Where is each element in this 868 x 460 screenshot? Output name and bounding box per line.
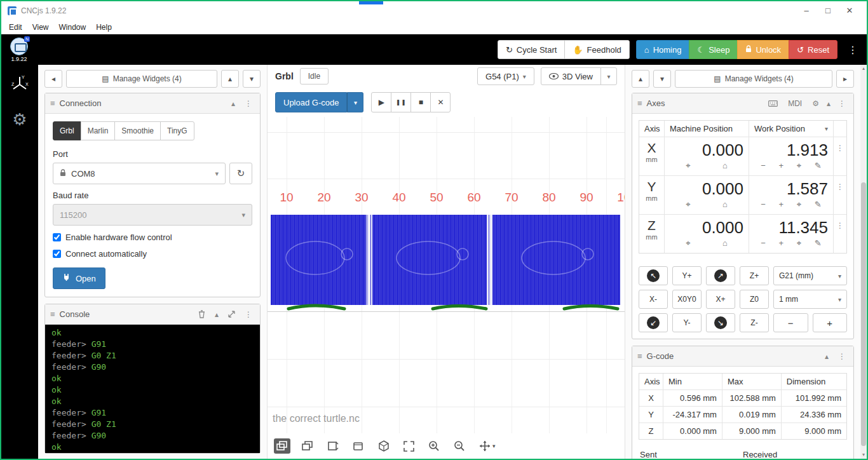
goto-work-zero-z[interactable]: ⌖ <box>796 238 803 249</box>
drag-handle-icon[interactable]: ≡ <box>50 98 55 108</box>
edit-x-button[interactable]: ✎ <box>813 160 823 172</box>
goto-work-zero-x[interactable]: ⌖ <box>796 160 803 172</box>
vertical-scrollbar[interactable]: ▴ ▾ <box>860 65 867 459</box>
tab-tinyg[interactable]: TinyG <box>160 121 194 140</box>
step-decrease-button[interactable]: − <box>773 313 808 332</box>
goto-x0y0-button[interactable]: X0Y0 <box>672 290 702 309</box>
jog-z-minus-button[interactable]: Z- <box>740 313 769 332</box>
drag-handle-icon[interactable]: ≡ <box>637 351 642 361</box>
edit-z-button[interactable]: ✎ <box>813 238 823 249</box>
axes-settings-button[interactable]: ⚙ <box>810 98 822 109</box>
toolbar-kebab-menu[interactable]: ⋮ <box>848 44 858 56</box>
console-collapse-button[interactable]: ▴ <box>212 309 221 320</box>
gcode-kebab-menu[interactable]: ⋮ <box>836 351 848 362</box>
feedhold-button[interactable]: ✋ Feedhold <box>564 40 629 59</box>
left-collapse-all-button[interactable]: ▴ <box>221 70 239 88</box>
flow-control-checkbox[interactable] <box>53 233 61 241</box>
goto-machine-zero-x[interactable]: ⌖ <box>684 160 691 172</box>
scroll-down-arrow[interactable]: ▾ <box>860 451 867 459</box>
scrollbar-thumb[interactable] <box>861 182 866 446</box>
jog-x-plus-y-minus-button[interactable]: ↘ <box>706 313 735 332</box>
connection-collapse-button[interactable]: ▴ <box>229 98 238 109</box>
axes-kebab-menu[interactable]: ⋮ <box>836 98 848 109</box>
jog-y-minus-button[interactable]: Y- <box>672 313 702 332</box>
goto-work-zero-y[interactable]: ⌖ <box>796 199 803 210</box>
unload-button[interactable]: ✕ <box>430 92 451 112</box>
jog-x-minus-y-plus-button[interactable]: ↖ <box>639 266 668 285</box>
view-options-caret[interactable]: ▾ <box>600 67 617 85</box>
view-back-button[interactable] <box>350 438 367 454</box>
increase-z-button[interactable]: + <box>778 238 785 249</box>
units-dropdown[interactable]: G21 (mm)▾ <box>773 266 847 285</box>
refresh-ports-button[interactable]: ↻ <box>229 163 252 184</box>
tab-smoothie[interactable]: Smoothie <box>114 121 161 140</box>
left-expand-all-button[interactable]: ▾ <box>243 70 261 88</box>
console-kebab-menu[interactable]: ⋮ <box>242 309 255 320</box>
menu-view[interactable]: View <box>27 23 54 32</box>
port-select[interactable]: COM8 ▾ <box>53 163 226 184</box>
mdi-button[interactable]: MDI <box>783 97 807 111</box>
minimize-button[interactable]: – <box>796 1 817 20</box>
jog-x-minus-button[interactable]: X- <box>639 290 668 309</box>
step-increase-button[interactable]: + <box>813 313 848 332</box>
visualizer-canvas[interactable]: 10 20 30 40 50 60 70 80 90 100 <box>268 117 625 433</box>
settings-gear-icon[interactable]: ⚙ <box>12 111 27 128</box>
goto-z0-button[interactable]: Z0 <box>740 290 769 309</box>
axes-collapse-button[interactable]: ▴ <box>824 98 833 109</box>
scroll-up-arrow[interactable]: ▴ <box>860 65 867 72</box>
right-collapse-all-button[interactable]: ▴ <box>632 70 649 88</box>
z-axis-kebab-menu[interactable]: ⋮ <box>834 220 846 231</box>
close-button[interactable]: ✕ <box>839 1 860 20</box>
view-top-button[interactable] <box>274 438 290 454</box>
connection-kebab-menu[interactable]: ⋮ <box>242 98 255 109</box>
jog-y-plus-button[interactable]: Y+ <box>672 266 702 285</box>
open-port-button[interactable]: Open <box>53 267 105 289</box>
jog-z-plus-button[interactable]: Z+ <box>740 266 769 285</box>
sleep-button[interactable]: ☾ Sleep <box>689 40 738 59</box>
view-side-button[interactable] <box>325 438 341 454</box>
tab-marlin[interactable]: Marlin <box>81 121 116 140</box>
step-size-dropdown[interactable]: 1 mm▾ <box>773 290 847 309</box>
controller-state-button[interactable]: Idle <box>300 68 329 85</box>
view-3d-button[interactable] <box>376 438 392 454</box>
wcs-dropdown[interactable]: G54 (P1) ▾ <box>477 67 534 85</box>
decrease-z-button[interactable]: − <box>759 238 767 249</box>
zoom-out-button[interactable] <box>451 438 468 454</box>
jog-x-plus-y-plus-button[interactable]: ↗ <box>706 266 735 285</box>
cycle-start-button[interactable]: ↻ Cycle Start <box>498 40 565 59</box>
jog-x-plus-button[interactable]: X+ <box>706 290 735 309</box>
x-axis-kebab-menu[interactable]: ⋮ <box>834 142 846 154</box>
keypad-icon-button[interactable] <box>766 99 780 108</box>
pause-button[interactable]: ❚❚ <box>391 92 411 112</box>
home-y-icon[interactable]: ⌂ <box>721 199 729 210</box>
home-z-icon[interactable]: ⌂ <box>721 238 729 249</box>
maximize-button[interactable]: □ <box>817 1 839 20</box>
goto-machine-zero-y[interactable]: ⌖ <box>684 199 691 210</box>
console-output[interactable]: ok feeder> G91 feeder> G0 Z1 feeder> G90… <box>45 325 260 453</box>
console-clear-button[interactable] <box>196 309 208 320</box>
jog-x-minus-y-minus-button[interactable]: ↙ <box>639 313 668 332</box>
zoom-in-button[interactable] <box>426 438 442 454</box>
view-mode-dropdown[interactable]: 3D View <box>541 67 601 85</box>
goto-machine-zero-z[interactable]: ⌖ <box>684 238 691 249</box>
menu-window[interactable]: Window <box>53 23 91 32</box>
upload-gcode-button[interactable]: Upload G-code <box>275 92 347 112</box>
console-fullscreen-button[interactable] <box>226 309 238 319</box>
drag-handle-icon[interactable]: ≡ <box>50 309 55 319</box>
y-axis-kebab-menu[interactable]: ⋮ <box>834 181 846 193</box>
reset-button[interactable]: ↺ Reset <box>789 40 837 59</box>
tab-grbl[interactable]: Grbl <box>53 121 81 140</box>
home-x-icon[interactable]: ⌂ <box>721 160 729 172</box>
run-button[interactable]: ▶ <box>371 92 391 112</box>
menu-edit[interactable]: Edit <box>4 23 27 32</box>
collapse-left-column-button[interactable]: ◂ <box>44 70 62 88</box>
homing-button[interactable]: ⌂ Homing <box>636 40 690 59</box>
gcode-collapse-button[interactable]: ▴ <box>822 351 831 362</box>
right-expand-all-button[interactable]: ▾ <box>653 70 671 88</box>
zoom-fit-button[interactable] <box>401 438 417 454</box>
axes-workspace-icon[interactable]: YXZ <box>10 74 29 95</box>
unlock-button[interactable]: Unlock <box>737 40 789 59</box>
edit-y-button[interactable]: ✎ <box>813 199 823 210</box>
menu-help[interactable]: Help <box>91 23 117 32</box>
view-front-button[interactable] <box>299 438 316 454</box>
